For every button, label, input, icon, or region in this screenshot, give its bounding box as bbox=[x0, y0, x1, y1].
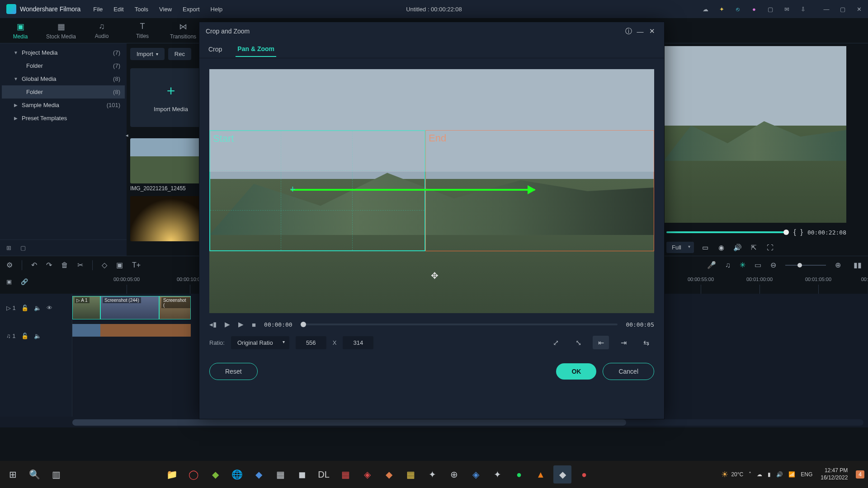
redo-icon[interactable]: ↷ bbox=[46, 261, 52, 269]
app-icon[interactable]: ◆ bbox=[250, 465, 268, 483]
audio-clip[interactable] bbox=[72, 324, 100, 337]
start-rect[interactable]: Start bbox=[209, 130, 425, 251]
menu-tools[interactable]: Tools bbox=[130, 4, 153, 14]
prev-frame-icon[interactable]: ◂▮ bbox=[209, 320, 217, 328]
zoom-slider[interactable] bbox=[785, 265, 826, 266]
snapshot-icon[interactable]: ◉ bbox=[717, 244, 726, 252]
reset-button[interactable]: Reset bbox=[209, 363, 258, 380]
save-icon[interactable]: ▢ bbox=[766, 5, 775, 14]
tab-audio[interactable]: ♫ Audio bbox=[81, 18, 122, 43]
ok-button[interactable]: OK bbox=[556, 363, 596, 380]
clip[interactable]: Screenshot (244) bbox=[100, 296, 159, 319]
new-folder-icon[interactable]: ⊞ bbox=[6, 244, 11, 251]
start-button[interactable]: ⊞ bbox=[4, 465, 22, 483]
app-icon[interactable]: ✦ bbox=[423, 465, 441, 483]
markers-icon[interactable]: ✳ bbox=[740, 261, 745, 269]
close-icon[interactable]: ✕ bbox=[853, 3, 865, 15]
visibility-icon[interactable]: 👁 bbox=[47, 305, 52, 311]
tree-project-media[interactable]: ▼ Project Media (7) bbox=[2, 46, 125, 59]
voiceover-icon[interactable]: 🎤 bbox=[707, 261, 716, 269]
app-icon[interactable]: ◈ bbox=[467, 465, 485, 483]
tab-crop[interactable]: Crop bbox=[207, 42, 224, 56]
tab-pan-zoom[interactable]: Pan & Zoom bbox=[236, 42, 276, 57]
tab-media[interactable]: ▣ Media bbox=[0, 18, 41, 43]
play-start-icon[interactable]: ▶ bbox=[225, 320, 230, 328]
pan-zoom-canvas[interactable]: Start End ✥ bbox=[209, 69, 654, 313]
link-icon[interactable]: 🔗 bbox=[21, 278, 28, 285]
app-icon[interactable]: ◼ bbox=[293, 465, 311, 483]
cancel-button[interactable]: Cancel bbox=[603, 363, 654, 380]
pan-mode-left-icon[interactable]: ⇤ bbox=[593, 336, 609, 349]
video-track-header[interactable]: ▷ 1 🔓 🔈 👁 bbox=[0, 294, 72, 322]
tab-stock-media[interactable]: ▦ Stock Media bbox=[41, 18, 81, 43]
export-frame-icon[interactable]: ⇱ bbox=[749, 244, 759, 252]
menu-view[interactable]: View bbox=[155, 4, 176, 14]
tray-volume-icon[interactable]: 🔊 bbox=[776, 471, 783, 478]
end-rect[interactable]: End bbox=[425, 130, 654, 251]
close-icon[interactable]: ✕ bbox=[646, 27, 658, 35]
app-icon[interactable]: ◆ bbox=[380, 465, 398, 483]
tree-sample-media[interactable]: ▶ Sample Media (101) bbox=[2, 99, 125, 112]
idea-icon[interactable]: ✦ bbox=[717, 5, 726, 14]
pan-mode-right-icon[interactable]: ⇥ bbox=[615, 336, 632, 349]
tree-preset-templates[interactable]: ▶ Preset Templates bbox=[2, 112, 125, 125]
opera-icon[interactable]: ◯ bbox=[184, 465, 203, 483]
tree-project-folder[interactable]: Folder (7) bbox=[2, 59, 125, 72]
search-icon[interactable]: 🔍 bbox=[25, 465, 43, 483]
record-button[interactable]: Rec bbox=[168, 48, 191, 60]
explorer-icon[interactable]: 📁 bbox=[163, 465, 181, 483]
audio-track-header[interactable]: ♫ 1 🔓 🔈 bbox=[0, 322, 72, 350]
zoom-in-icon[interactable]: ⊕ bbox=[835, 261, 841, 269]
tray-chevron-icon[interactable]: ˄ bbox=[749, 471, 751, 478]
task-view-icon[interactable]: ▥ bbox=[47, 465, 65, 483]
tray-lang-icon[interactable]: ENG bbox=[801, 471, 812, 478]
tray-battery-icon[interactable]: ▮ bbox=[768, 471, 771, 478]
clock[interactable]: 12:47 PM 16/12/2022 bbox=[821, 467, 848, 481]
clip-progress[interactable] bbox=[301, 324, 618, 325]
app-icon[interactable]: ⊕ bbox=[445, 465, 463, 483]
display-icon[interactable]: ▭ bbox=[700, 244, 710, 252]
menu-edit[interactable]: Edit bbox=[109, 4, 128, 14]
notification-icon[interactable]: 4 bbox=[856, 470, 864, 479]
support-icon[interactable]: ⎋ bbox=[733, 5, 742, 14]
vlc-icon[interactable]: ▲ bbox=[532, 465, 550, 483]
tab-titles[interactable]: T Titles bbox=[122, 18, 163, 43]
cut-icon[interactable]: ✂ bbox=[77, 261, 83, 269]
delete-icon[interactable]: 🗑 bbox=[61, 261, 68, 269]
tree-global-folder[interactable]: Folder (8) bbox=[2, 85, 125, 99]
play-icon[interactable]: ▶ bbox=[238, 320, 244, 328]
mark-in-icon[interactable]: { bbox=[793, 228, 796, 236]
app-icon[interactable]: ✦ bbox=[488, 465, 506, 483]
height-input[interactable]: 314 bbox=[343, 336, 373, 349]
tree-global-media[interactable]: ▼ Global Media (8) bbox=[2, 72, 125, 85]
lock-icon[interactable]: 🔓 bbox=[21, 333, 28, 339]
tray-cloud-icon[interactable]: ☁ bbox=[757, 471, 762, 478]
import-button[interactable]: Import ▾ bbox=[130, 48, 165, 60]
folder-outline-icon[interactable]: ▢ bbox=[20, 244, 26, 251]
mark-out-icon[interactable]: } bbox=[801, 228, 803, 236]
menu-export[interactable]: Export bbox=[178, 4, 204, 14]
menu-help[interactable]: Help bbox=[206, 4, 227, 14]
pan-mode-out-icon[interactable]: ⤡ bbox=[570, 336, 586, 349]
account-icon[interactable]: ● bbox=[750, 5, 759, 14]
spotify-icon[interactable]: ● bbox=[510, 465, 528, 483]
maximize-icon[interactable]: ▢ bbox=[836, 3, 849, 15]
fit-icon[interactable]: ▮▮ bbox=[854, 261, 862, 269]
stop-icon[interactable]: ■ bbox=[252, 321, 256, 328]
tray-wifi-icon[interactable]: 📶 bbox=[788, 471, 795, 478]
crop-icon[interactable]: ▣ bbox=[116, 261, 123, 269]
app-icon[interactable]: ▦ bbox=[271, 465, 289, 483]
ratio-select[interactable]: Original Ratio bbox=[231, 336, 289, 349]
adjust-icon[interactable]: ⚙ bbox=[6, 261, 13, 269]
weather-widget[interactable]: ☀ 20°C bbox=[721, 469, 743, 479]
audio-mixer-icon[interactable]: ♫ bbox=[725, 261, 731, 269]
volume-icon[interactable]: 🔊 bbox=[733, 244, 743, 252]
marker-icon[interactable]: ◇ bbox=[102, 261, 107, 269]
lock-icon[interactable]: 🔓 bbox=[21, 305, 28, 311]
clip[interactable]: ▷ A 1 bbox=[72, 296, 100, 319]
preview-progress[interactable] bbox=[666, 231, 789, 233]
pan-mode-swap-icon[interactable]: ⇆ bbox=[638, 336, 654, 349]
preview-viewport[interactable] bbox=[664, 46, 846, 223]
app-icon[interactable]: ◈ bbox=[358, 465, 376, 483]
audio-clip[interactable] bbox=[100, 324, 191, 337]
